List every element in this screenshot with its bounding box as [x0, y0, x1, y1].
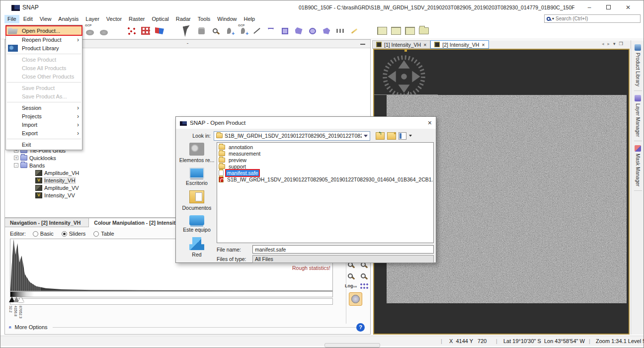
line-tool-icon[interactable]	[251, 24, 263, 37]
tree-expand-icon[interactable]: -	[14, 163, 18, 168]
file-menu-item[interactable]: Reopen Product ›	[6, 35, 82, 44]
file-row[interactable]: support	[219, 163, 433, 170]
file-menu-item[interactable]: Close Product	[6, 55, 82, 64]
menu-bar-item[interactable]: Edit	[20, 15, 36, 23]
place-item[interactable]: Escritorio	[178, 168, 216, 186]
tab-maximize-icon[interactable]: ❒	[619, 41, 623, 46]
image-view-tab[interactable]: [2] Intensity_VH ×	[430, 40, 488, 49]
place-item[interactable]: Este equipo	[178, 215, 216, 233]
selection-arrow-icon[interactable]	[181, 24, 193, 37]
attach-pixel-icon[interactable]	[334, 24, 346, 37]
gcp-manager-icon[interactable]	[140, 24, 152, 37]
zoom-out-horizontal-button[interactable]	[358, 271, 369, 281]
menu-bar-item[interactable]: Radar	[173, 15, 194, 23]
file-menu-item[interactable]: Save Product	[6, 84, 82, 92]
zoom-in-horizontal-button[interactable]	[345, 271, 356, 281]
palette-gradient-strip[interactable]	[10, 291, 333, 297]
gcp-move-icon[interactable]: GCP	[84, 24, 96, 37]
zoom-tool-icon[interactable]	[209, 24, 221, 37]
gcp-blob-icon[interactable]	[98, 24, 110, 37]
menu-bar-item[interactable]: View	[37, 15, 55, 23]
menu-bar-item[interactable]: File	[4, 15, 19, 23]
file-row[interactable]: S1B_IW_GRDH_1SDV_20190122T082905_2019012…	[219, 176, 433, 182]
tree-item[interactable]: V Intensity_VH	[7, 176, 116, 184]
menu-bar-item[interactable]: Help	[241, 15, 258, 23]
file-menu-item[interactable]: Product Library	[6, 44, 82, 52]
pan-hand-icon[interactable]	[195, 24, 207, 37]
tree-item[interactable]: + Quicklooks	[7, 154, 116, 162]
editor-radio[interactable]: Basic	[33, 231, 54, 237]
view-menu-button[interactable]	[399, 132, 406, 140]
collapse-chevrons-icon[interactable]: «	[7, 326, 13, 329]
file-row[interactable]: manifest.safe	[219, 170, 433, 176]
tab-scroll-left-icon[interactable]: ◂	[602, 41, 604, 46]
menu-bar-item[interactable]: Tools	[195, 15, 214, 23]
place-item[interactable]: Documentos	[178, 190, 216, 211]
dock-tab[interactable]: Mask Manager	[631, 141, 644, 186]
tile-columns-icon[interactable]	[376, 24, 388, 37]
open-products-folder-icon[interactable]	[418, 24, 430, 37]
tile-rows-icon[interactable]	[390, 24, 402, 37]
menu-bar-item[interactable]: Raster	[126, 15, 148, 23]
shape-plus-icon[interactable]	[321, 24, 332, 37]
file-menu-item[interactable]: Export ›	[6, 129, 82, 137]
tree-item[interactable]: - Bands	[7, 162, 116, 169]
file-menu-item[interactable]: Close All Products	[6, 64, 82, 72]
window-bottom-grip[interactable]	[324, 343, 380, 348]
pin-manager-icon[interactable]	[126, 24, 138, 37]
file-menu-item[interactable]: Close Other Products	[6, 72, 82, 81]
slider-handle-max[interactable]	[18, 297, 24, 302]
editor-radio[interactable]: Table	[93, 231, 114, 237]
editor-radio[interactable]: Sliders	[62, 231, 86, 237]
menu-bar-item[interactable]: Layer	[82, 15, 102, 23]
files-of-type-select[interactable]: All Files	[252, 255, 434, 263]
file-menu-item[interactable]: Exit	[6, 140, 82, 149]
view-menu-arrow-icon[interactable]	[409, 135, 412, 137]
menu-bar-item[interactable]: Window	[214, 15, 240, 23]
place-item[interactable]: Red	[178, 237, 216, 258]
dock-tab[interactable]: Product Library	[631, 40, 644, 87]
menu-bar-item[interactable]: Vector	[103, 15, 125, 23]
polygon-tool-icon[interactable]	[293, 24, 305, 37]
magic-wand-icon[interactable]	[348, 24, 360, 37]
file-row[interactable]: annotation	[219, 144, 433, 150]
help-button[interactable]: ?	[356, 323, 365, 332]
tree-item[interactable]: Amplitude_VV	[7, 184, 116, 191]
file-menu-item[interactable]: Projects ›	[6, 112, 82, 120]
file-menu-item[interactable]: Import ›	[6, 120, 82, 129]
gcp-placing-icon[interactable]: GCP	[237, 24, 249, 37]
maximize-button[interactable]	[600, 2, 617, 12]
basic-colour-button[interactable]	[349, 292, 362, 306]
file-name-input[interactable]: manifest.safe	[252, 245, 434, 254]
search-box[interactable]: ▾	[544, 14, 641, 23]
tree-expand-icon[interactable]: +	[14, 156, 18, 160]
file-menu-item[interactable]: Session ›	[6, 103, 82, 112]
tree-item[interactable]: Amplitude_VH	[7, 169, 116, 176]
look-in-combobox[interactable]: S1B_IW_GRDH_1SDV_20190122T082905_2019012…	[214, 131, 370, 141]
pin-placing-icon[interactable]	[223, 24, 235, 37]
search-input[interactable]	[556, 16, 638, 21]
log10-toggle-button[interactable]: Log₁₀	[345, 283, 358, 288]
polyline-tool-icon[interactable]	[265, 24, 277, 37]
file-row[interactable]: preview	[219, 157, 433, 163]
tab-scroll-right-icon[interactable]: ▸	[608, 41, 610, 46]
layer-editor-icon[interactable]	[154, 24, 165, 37]
rectangle-tool-icon[interactable]	[279, 24, 291, 37]
menu-bar-item[interactable]: Optical	[149, 15, 171, 23]
minimize-button[interactable]: –	[581, 2, 598, 12]
place-item[interactable]: Elementos re...	[178, 143, 216, 163]
panel-minimize-icon[interactable]	[360, 44, 365, 45]
file-menu-item[interactable]: Open Product...	[6, 26, 82, 35]
slider-track[interactable]	[10, 298, 333, 305]
image-view-tab[interactable]: [1] Intensity_VH ×	[372, 40, 430, 49]
close-button[interactable]: ✕	[620, 2, 637, 12]
palette-scheme-icon[interactable]	[360, 282, 369, 289]
create-new-folder-button[interactable]	[387, 132, 396, 140]
up-one-level-button[interactable]	[376, 132, 385, 140]
tile-grid-icon[interactable]	[404, 24, 416, 37]
file-menu-item[interactable]: Save Product As...	[6, 92, 82, 100]
tree-item[interactable]: V Intensity_VV	[7, 191, 116, 199]
dialog-close-icon[interactable]: ×	[428, 119, 432, 127]
bottom-panel-tab[interactable]: Navigation - [2] Intensity_VH	[5, 218, 89, 227]
tab-close-icon[interactable]: ×	[482, 42, 484, 48]
